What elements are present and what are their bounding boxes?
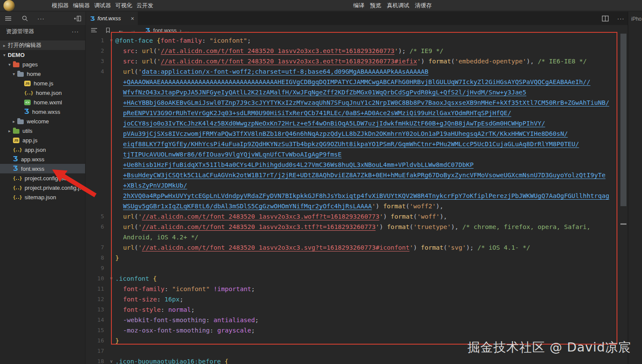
menu-item-模拟器[interactable]: 模拟器 [52, 0, 69, 11]
code-row[interactable]: +XBlsZyPnVJDMkUb/ [86, 180, 628, 191]
code-row[interactable]: eiqf88LKY7fgYGfEy/KHhYcsPi4uFuaIp9ZQdHKY… [86, 139, 628, 149]
tree-item-home.json[interactable]: {..}home.json [0, 88, 85, 97]
fold-spacer [108, 253, 115, 263]
tree-item-label: 打开的编辑器 [8, 41, 41, 49]
device-selector-label[interactable]: iPho [631, 16, 642, 22]
code-row[interactable]: 10∨.iconfont { [86, 273, 628, 284]
token-pu: ( [134, 68, 138, 75]
wechat-devtools-window: 模拟器编辑器调试器可视化云开发 编译预览真机调试清缓存 ··· Ʒ font.w… [0, 0, 642, 364]
token-lr: //at.alicdn.com/t/font_2483520_1asvv2o3x… [142, 223, 376, 230]
code-row[interactable]: tjTIPUcAVUOLnwW8r86/6fIOuav9VlgYQjvWLqnU… [86, 149, 628, 160]
code-row[interactable]: 12font-size: 16px; [86, 294, 628, 304]
tree-item-app.js[interactable]: JSapp.js [0, 135, 85, 145]
code-row[interactable]: 2hXVQ0a4RpPwHxUVYytcEGpLnLVdndpyVRdaZFyD… [86, 191, 628, 201]
fold-icon[interactable]: ∨ [108, 35, 115, 46]
vertical-scrollbar[interactable] [620, 34, 626, 206]
code-row[interactable]: 11font-family: "iconfont" !important; [86, 284, 628, 294]
code-row[interactable]: 3src: url('//at.alicdn.com/t/font_248352… [86, 56, 628, 66]
code-editor[interactable]: 1∨@font-face {font-family: "iconfont";2s… [86, 35, 628, 364]
chevron-icon[interactable]: ▾ [6, 62, 13, 67]
code-row[interactable]: 8} [86, 253, 628, 263]
tree-item-home[interactable]: ▾home [0, 69, 85, 78]
code-row[interactable]: +Ue8hisb1HzFjfuBidqXTx51Ilb4a0CYs4LPihih… [86, 160, 628, 170]
tree-item-home.wxss[interactable]: Ʒhome.wxss [0, 107, 85, 116]
code-row[interactable]: 6url('//at.alicdn.com/t/font_2483520_1as… [86, 222, 628, 232]
more-actions-icon[interactable]: ··· [37, 15, 45, 22]
search-icon[interactable] [21, 15, 28, 22]
tree-item-app.wxss[interactable]: Ʒapp.wxss [0, 154, 85, 164]
tree-item-home.js[interactable]: JShome.js [0, 78, 85, 88]
tree-item-pages[interactable]: ▾pages [0, 60, 85, 69]
fold-icon[interactable]: ∨ [108, 356, 115, 364]
chevron-icon[interactable]: ▸ [10, 119, 17, 124]
code-row[interactable]: 15-moz-osx-font-smoothing: grayscale; [86, 325, 628, 336]
code-row[interactable]: +HAcYBBbjG8oAKEBvGLmiJswl0TZnp7J9c3cJYYT… [86, 97, 628, 108]
code-row[interactable]: 9 [86, 263, 628, 273]
tree-item-打开的编辑器[interactable]: ▸打开的编辑器 [0, 41, 85, 50]
editor-more-icon[interactable]: ··· [617, 15, 625, 22]
code-row[interactable]: 1∨@font-face {font-family: "iconfont"; [86, 35, 628, 46]
menu-item-编辑器[interactable]: 编辑器 [73, 0, 90, 11]
code-row[interactable]: 5url('//at.alicdn.com/t/font_2483520_1as… [86, 211, 628, 222]
breadcrumb-tail[interactable]: ... [184, 27, 189, 34]
menu-item-真机调试[interactable]: 真机调试 [387, 0, 409, 11]
menu-item-清缓存[interactable]: 清缓存 [415, 0, 432, 11]
line-number: 16 [86, 336, 108, 346]
outline-icon[interactable] [90, 26, 98, 34]
tree-item-label: DEMO [8, 52, 25, 58]
code-row[interactable]: pVAu39jCjSXs8IVczwomjFRMYaPQw3TfXV8lnBZb… [86, 129, 628, 139]
code-text: Android, iOS 4.2+ */ [115, 232, 199, 242]
tree-item-project.config.json[interactable]: {..}project.config.json [0, 173, 85, 183]
code-row[interactable]: +BsuHdeyCW3jCSQtk5C1LaCFuAGVnk2otW1B17rT… [86, 170, 628, 180]
tree-item-welcome[interactable]: ▸welcome [0, 116, 85, 126]
menu-item-可视化[interactable]: 可视化 [115, 0, 132, 11]
code-row[interactable]: 2src: url('//at.alicdn.com/t/font_248352… [86, 46, 628, 56]
chevron-icon[interactable]: ▸ [1, 43, 8, 48]
code-row[interactable]: WSUgv5gGBr1xIqZLqKF8tL6/dbAl3mSDlS5CgGzw… [86, 201, 628, 211]
tree-item-font.wxss[interactable]: Ʒfont.wxss [0, 164, 85, 173]
token-pu: ) [383, 213, 390, 220]
fold-icon[interactable]: ∨ [108, 273, 115, 284]
tree-item-project.private.config.json[interactable]: {..}project.private.config.json [0, 183, 85, 192]
split-editor-icon[interactable] [601, 15, 609, 22]
breadcrumb[interactable]: Ʒ font.wxss › ... [145, 27, 189, 34]
breadcrumb-file[interactable]: font.wxss [153, 27, 177, 34]
list-icon[interactable] [4, 15, 12, 22]
code-row[interactable]: 14-webkit-font-smoothing: antialiased; [86, 315, 628, 325]
code-row[interactable]: 4url('data:application/x-font-woff2;char… [86, 66, 628, 77]
navigate-back-icon[interactable]: ← [118, 27, 124, 34]
app-logo[interactable] [3, 0, 15, 11]
tree-item-utils[interactable]: ▸utils [0, 126, 85, 135]
code-row[interactable]: 18∨.icon-buoumaotubiao16:before { [86, 356, 628, 364]
fold-spacer [108, 346, 115, 356]
tree-item-sitemap.json[interactable]: {..}sitemap.json [0, 192, 85, 202]
collapse-sidebar-icon[interactable] [73, 15, 81, 22]
tab-font-wxss[interactable]: Ʒ font.wxss × [86, 12, 138, 25]
menu-item-云开发[interactable]: 云开发 [136, 0, 153, 11]
token-st: ' [417, 58, 421, 65]
bookmark-icon[interactable] [104, 26, 112, 34]
token-pu: ( [153, 47, 157, 54]
chevron-icon[interactable]: ▾ [10, 72, 17, 76]
navigate-forward-icon[interactable]: → [130, 27, 136, 34]
code-row[interactable]: +QAAAOWAAEAAAAAAAAAAAAAAAAAAAAAAAAAAAAAA… [86, 77, 628, 87]
token-fn2: url [142, 58, 153, 65]
code-row[interactable]: joCCY8sjo0o3IvTKcJhzK4l4z5BXd0WwgzpNeOxK… [86, 118, 628, 129]
code-text: url('data:application/x-font-woff2;chars… [115, 66, 428, 77]
tree-item-DEMO[interactable]: ▾DEMO [0, 50, 85, 60]
chevron-icon[interactable]: ▸ [6, 129, 13, 133]
menu-item-编译[interactable]: 编译 [353, 0, 364, 11]
chevron-icon[interactable]: ▾ [1, 53, 8, 57]
menu-item-调试器[interactable]: 调试器 [94, 0, 111, 11]
tree-item-app.json[interactable]: {..}app.json [0, 145, 85, 154]
menu-item-预览[interactable]: 预览 [370, 0, 381, 11]
code-row[interactable]: 7url('//at.alicdn.com/t/font_2483520_1as… [86, 242, 628, 253]
code-row[interactable]: WfvfNzO43xJtapPvpJA5JNFGyeIyQAtlL2K21zAM… [86, 87, 628, 97]
code-row[interactable]: Android, iOS 4.2+ */ [86, 232, 628, 242]
code-row[interactable]: 13font-style: normal; [86, 304, 628, 315]
explorer-more-icon[interactable]: ··· [72, 28, 79, 35]
tab-close-icon[interactable]: × [131, 15, 134, 22]
code-row[interactable]: pReENPV1V3G9OrRUhTeVrGgK2Jq03+sdLRM0U90H… [86, 108, 628, 118]
tree-item-home.wxml[interactable]: <>home.wxml [0, 97, 85, 107]
tree-item-label: project.private.config.json [25, 185, 85, 191]
